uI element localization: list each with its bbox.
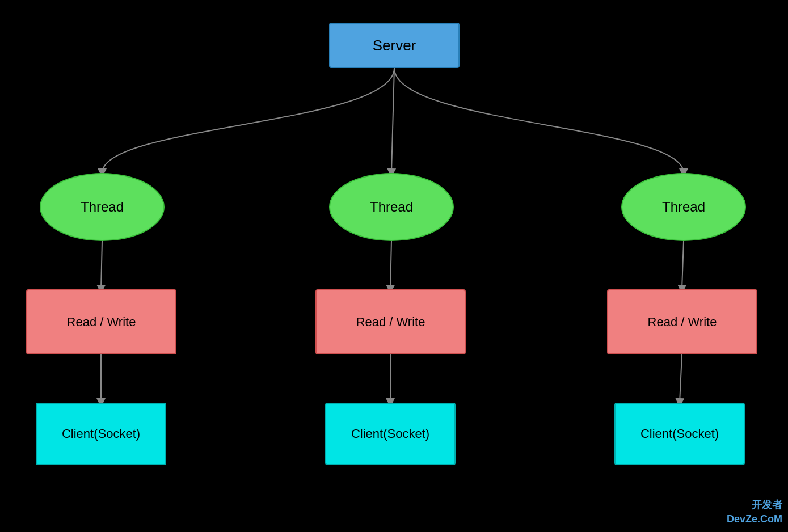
rw-node-left: Read / Write — [26, 289, 176, 354]
rw-label-mid: Read / Write — [356, 315, 425, 330]
client-label-mid: Client(Socket) — [351, 427, 429, 441]
svg-line-2 — [682, 241, 684, 289]
client-node-right: Client(Socket) — [614, 403, 745, 465]
client-node-mid: Client(Socket) — [325, 403, 456, 465]
thread-node-left: Thread — [40, 173, 165, 241]
client-label-left: Client(Socket) — [62, 427, 140, 441]
rw-node-mid: Read / Write — [315, 289, 466, 354]
thread-label-right: Thread — [662, 199, 705, 215]
svg-line-1 — [390, 241, 391, 289]
server-label: Server — [373, 37, 416, 54]
rw-label-left: Read / Write — [67, 315, 136, 330]
server-node: Server — [329, 23, 460, 68]
client-label-right: Client(Socket) — [640, 427, 719, 441]
watermark: 开发者 DevZe.CoM — [727, 498, 782, 526]
client-node-left: Client(Socket) — [36, 403, 166, 465]
rw-label-right: Read / Write — [648, 315, 717, 330]
thread-label-mid: Thread — [370, 199, 413, 215]
watermark-line1: 开发者 — [727, 498, 782, 512]
svg-line-0 — [101, 241, 102, 289]
thread-node-mid: Thread — [329, 173, 454, 241]
diagram: Server Thread Thread Thread Read / Write… — [0, 0, 788, 532]
thread-node-right: Thread — [621, 173, 746, 241]
watermark-line2: DevZe.CoM — [727, 512, 782, 526]
rw-node-right: Read / Write — [607, 289, 757, 354]
thread-label-left: Thread — [81, 199, 124, 215]
svg-line-5 — [680, 354, 682, 403]
